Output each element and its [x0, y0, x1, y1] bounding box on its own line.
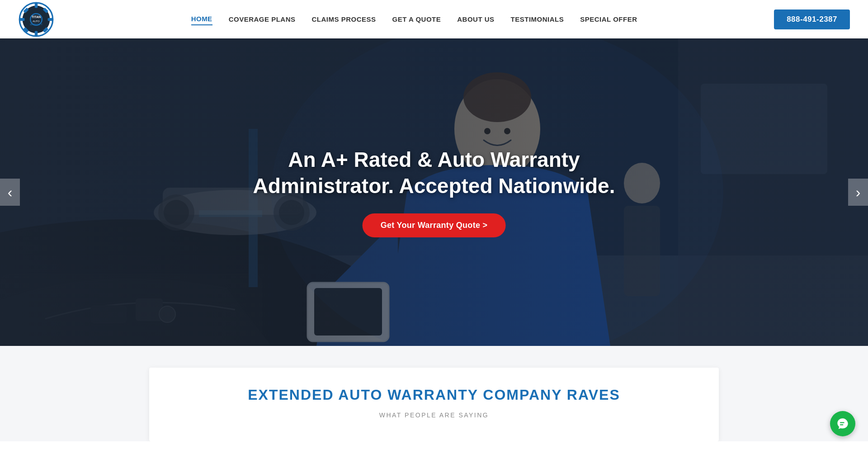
- hero-content: An A+ Rated & Auto Warranty Administrato…: [253, 147, 615, 237]
- svg-rect-2: [35, 3, 38, 8]
- hero-title-line1: An A+ Rated & Auto Warranty: [288, 148, 580, 171]
- chevron-right-icon: ›: [856, 184, 861, 201]
- svg-text:TITAN: TITAN: [32, 14, 41, 19]
- chat-icon: [836, 417, 849, 430]
- site-header: TITAN AUTO WARRANTY HOME COVERAGE PLANS …: [0, 0, 868, 38]
- nav-item-coverage-plans[interactable]: COVERAGE PLANS: [229, 14, 296, 25]
- nav-item-about-us[interactable]: ABOUT US: [457, 14, 494, 25]
- hero-cta-button[interactable]: Get Your Warranty Quote >: [363, 213, 506, 237]
- chat-bubble-button[interactable]: [830, 411, 855, 436]
- nav-item-special-offer[interactable]: SPECIAL OFFER: [580, 14, 637, 25]
- hero-prev-button[interactable]: ‹: [0, 179, 20, 206]
- extended-card: EXTENDED AUTO WARRANTY COMPANY RAVES WHA…: [149, 368, 719, 441]
- logo-icon: TITAN AUTO WARRANTY: [18, 1, 54, 38]
- svg-rect-4: [19, 18, 24, 20]
- svg-text:AUTO: AUTO: [33, 19, 40, 22]
- phone-button[interactable]: 888-491-2387: [774, 9, 850, 29]
- nav-item-home[interactable]: HOME: [191, 13, 212, 25]
- nav-item-get-a-quote[interactable]: GET A QUOTE: [392, 14, 441, 25]
- hero-next-button[interactable]: ›: [848, 179, 868, 206]
- svg-rect-3: [35, 31, 38, 36]
- extended-section: EXTENDED AUTO WARRANTY COMPANY RAVES WHA…: [0, 346, 868, 441]
- hero-section: ‹ An A+ Rated & Auto Warranty Administra…: [0, 38, 868, 346]
- svg-text:WARRANTY: WARRANTY: [30, 23, 42, 25]
- extended-title: EXTENDED AUTO WARRANTY COMPANY RAVES: [176, 387, 692, 403]
- svg-rect-5: [48, 18, 53, 20]
- hero-title: An A+ Rated & Auto Warranty Administrato…: [253, 147, 615, 199]
- hero-title-line2: Administrator. Accepted Nationwide.: [253, 174, 615, 198]
- logo[interactable]: TITAN AUTO WARRANTY: [18, 1, 54, 38]
- nav-item-claims-process[interactable]: CLAIMS PROCESS: [311, 14, 376, 25]
- main-nav: HOME COVERAGE PLANS CLAIMS PROCESS GET A…: [191, 13, 637, 25]
- extended-subtitle: WHAT PEOPLE ARE SAYING: [176, 411, 692, 419]
- chevron-left-icon: ‹: [8, 184, 13, 201]
- nav-item-testimonials[interactable]: TESTIMONIALS: [511, 14, 564, 25]
